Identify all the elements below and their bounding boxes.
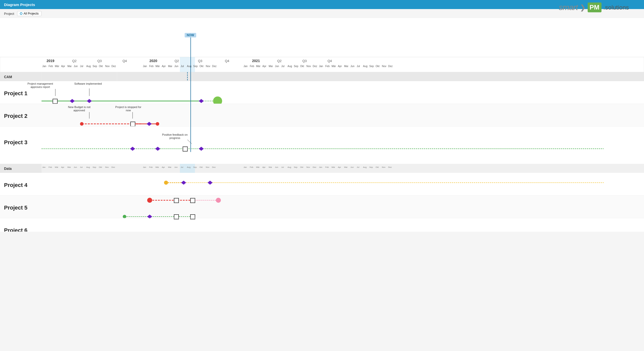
svg-text:Aug: Aug	[86, 166, 90, 168]
svg-text:Aug: Aug	[187, 166, 190, 168]
svg-text:Sep: Sep	[294, 65, 298, 68]
svg-text:Nov: Nov	[206, 166, 209, 168]
svg-text:Q4: Q4	[225, 59, 229, 63]
svg-text:Feb: Feb	[49, 65, 53, 68]
svg-text:Apr: Apr	[162, 166, 165, 168]
svg-text:Aug: Aug	[288, 65, 292, 68]
svg-rect-97	[0, 126, 644, 164]
svg-rect-93	[131, 122, 135, 126]
svg-text:Dez: Dez	[212, 166, 216, 168]
svg-text:now: now	[126, 109, 131, 112]
all-projects-button[interactable]: All Projects	[17, 11, 41, 16]
logo-pm: PM	[588, 3, 601, 12]
svg-text:Jan: Jan	[143, 65, 147, 68]
svg-text:Apr: Apr	[262, 166, 266, 168]
svg-point-92	[80, 122, 84, 126]
svg-text:Q4: Q4	[123, 59, 127, 63]
svg-text:Jan: Jan	[319, 166, 322, 168]
radio-icon	[20, 12, 22, 15]
svg-rect-175	[0, 218, 644, 232]
svg-text:Q2: Q2	[72, 59, 76, 63]
svg-rect-160	[0, 173, 644, 195]
svg-text:Jul: Jul	[281, 65, 285, 68]
svg-text:Dez: Dez	[212, 65, 217, 68]
svg-text:Jan: Jan	[244, 166, 247, 168]
svg-text:Q2: Q2	[277, 59, 281, 63]
svg-text:Aug: Aug	[86, 65, 91, 68]
svg-text:Project is stopped for: Project is stopped for	[115, 106, 141, 109]
svg-text:Mär: Mär	[256, 166, 260, 168]
svg-text:2021: 2021	[252, 59, 260, 63]
svg-text:Jan: Jan	[42, 166, 46, 168]
svg-text:Jun: Jun	[350, 166, 354, 168]
svg-text:Jul: Jul	[80, 166, 83, 168]
svg-text:Mai: Mai	[168, 65, 172, 68]
svg-text:Jul: Jul	[357, 65, 360, 68]
svg-text:Mai: Mai	[168, 166, 171, 168]
svg-text:Dez: Dez	[111, 166, 115, 168]
svg-rect-7	[180, 57, 195, 72]
svg-rect-167	[0, 195, 644, 218]
svg-text:Okt: Okt	[99, 65, 103, 68]
svg-rect-62	[0, 72, 644, 81]
svg-text:Dez: Dez	[313, 65, 317, 68]
svg-text:Jun: Jun	[275, 65, 279, 68]
svg-text:Jun: Jun	[74, 166, 77, 168]
svg-point-174	[216, 198, 221, 203]
svg-rect-82	[0, 104, 644, 126]
svg-text:Jun: Jun	[74, 65, 78, 68]
svg-text:Sep: Sep	[294, 166, 298, 168]
logo-arrow: ❯	[580, 3, 586, 12]
svg-text:Sep: Sep	[93, 166, 96, 168]
svg-text:Apr: Apr	[338, 166, 341, 168]
now-badge: NOW	[185, 33, 196, 37]
svg-text:Apr: Apr	[338, 65, 342, 68]
svg-text:Q3: Q3	[97, 59, 102, 63]
svg-text:Mai: Mai	[67, 65, 71, 68]
svg-text:Apr: Apr	[61, 166, 64, 168]
header-bar: Diagram Projects	[0, 0, 644, 9]
svg-text:Feb: Feb	[49, 166, 52, 168]
svg-text:Jan: Jan	[319, 65, 323, 68]
svg-rect-181	[190, 215, 195, 219]
svg-text:Data: Data	[4, 167, 12, 171]
svg-text:Mai: Mai	[67, 166, 71, 168]
svg-rect-77	[53, 99, 57, 104]
svg-text:Project 6: Project 6	[4, 227, 27, 232]
svg-text:Jul: Jul	[181, 65, 184, 68]
filter-row: Project All Projects	[0, 9, 644, 18]
svg-text:Okt: Okt	[199, 65, 204, 68]
svg-text:approves report: approves report	[30, 85, 50, 88]
svg-text:Project 5: Project 5	[4, 205, 27, 211]
svg-text:CAM: CAM	[4, 75, 12, 79]
svg-text:Nov: Nov	[206, 65, 210, 68]
svg-text:Q2: Q2	[175, 59, 179, 63]
svg-text:Okt: Okt	[99, 166, 102, 168]
logo-area: smart ❯ PM .solutions	[559, 3, 629, 12]
svg-text:Nov: Nov	[306, 65, 311, 68]
svg-text:Sep: Sep	[369, 166, 373, 168]
svg-text:Mär: Mär	[55, 65, 59, 68]
svg-text:New Budget is not: New Budget is not	[68, 106, 90, 109]
gantt-chart: 2019 Q2 Q3 Q4 2020 Q2 Q3 Q4 2021 Q2 Q3 Q…	[0, 18, 644, 232]
svg-text:Apr: Apr	[162, 65, 166, 68]
now-indicator: NOW	[183, 33, 198, 37]
svg-text:Jul: Jul	[281, 166, 284, 168]
svg-text:Okt: Okt	[376, 65, 380, 68]
svg-text:2019: 2019	[47, 59, 54, 63]
svg-text:Feb: Feb	[325, 166, 329, 168]
svg-text:Mai: Mai	[344, 65, 348, 68]
svg-text:Jun: Jun	[174, 166, 178, 168]
svg-text:Mär: Mär	[256, 65, 261, 68]
svg-text:Project 4: Project 4	[4, 182, 28, 188]
svg-rect-0	[0, 57, 644, 72]
svg-text:Jul: Jul	[357, 166, 359, 168]
svg-text:Project management: Project management	[27, 82, 53, 85]
filter-label: Project	[4, 12, 14, 16]
svg-text:Dez: Dez	[388, 166, 392, 168]
svg-text:Nov: Nov	[382, 166, 385, 168]
svg-text:Jul: Jul	[181, 166, 183, 168]
svg-text:Okt: Okt	[199, 166, 203, 168]
svg-text:Feb: Feb	[250, 166, 253, 168]
svg-text:Feb: Feb	[149, 166, 153, 168]
